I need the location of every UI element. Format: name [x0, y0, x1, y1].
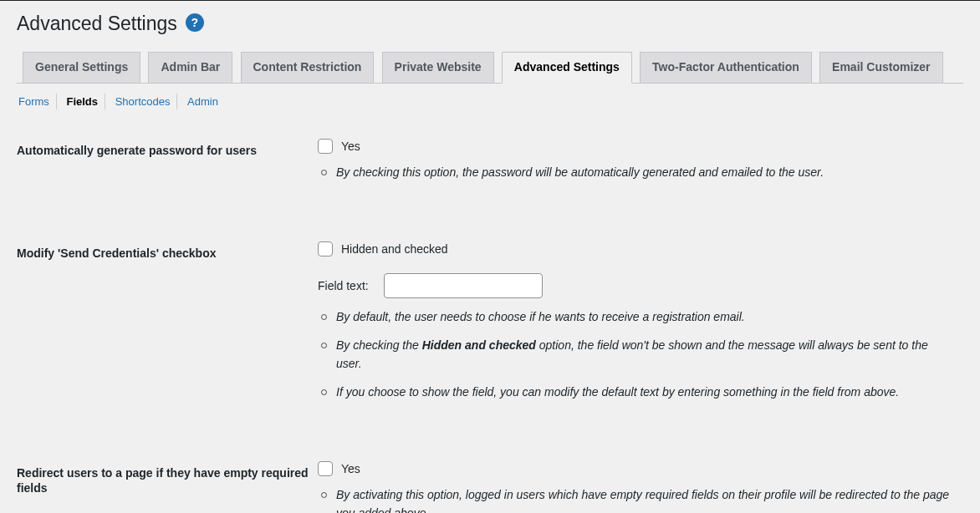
page-heading: Advanced Settings ?: [17, 8, 963, 37]
field-text-row: Field text:: [318, 273, 955, 298]
setting-auto-password-row: Automatically generate password for user…: [17, 126, 963, 230]
tab-email-customizer[interactable]: Email Customizer: [819, 52, 942, 84]
send-credentials-desc-3: If you choose to show the field, you can…: [318, 383, 955, 402]
main-tabs: General Settings Admin Bar Content Restr…: [17, 48, 963, 84]
send-credentials-desc-1: By default, the user needs to choose if …: [318, 308, 955, 327]
send-credentials-checkbox-row: Hidden and checked: [318, 241, 955, 256]
setting-auto-password-label: Automatically generate password for user…: [17, 126, 318, 230]
tab-two-factor[interactable]: Two-Factor Authentication: [640, 52, 812, 84]
redirect-empty-checkbox-row: Yes: [318, 461, 955, 476]
redirect-empty-checkbox-label: Yes: [341, 462, 360, 475]
redirect-empty-desc-1: By activating this option, logged in use…: [318, 486, 955, 513]
settings-form: Automatically generate password for user…: [17, 126, 963, 513]
tab-advanced-settings[interactable]: Advanced Settings: [502, 52, 632, 84]
field-text-label: Field text:: [318, 279, 369, 292]
auto-password-checkbox-row: Yes: [318, 139, 955, 154]
redirect-empty-description: By activating this option, logged in use…: [318, 486, 955, 513]
auto-password-desc-1: By checking this option, the password wi…: [318, 164, 955, 182]
setting-send-credentials-row: Modify 'Send Credentials' checkbox Hidde…: [17, 229, 963, 449]
tab-admin-bar[interactable]: Admin Bar: [148, 52, 232, 84]
field-text-input[interactable]: [384, 273, 543, 298]
subtab-admin[interactable]: Admin: [181, 94, 225, 109]
setting-send-credentials-label: Modify 'Send Credentials' checkbox: [17, 229, 318, 449]
page-title: Advanced Settings: [17, 8, 177, 37]
help-icon[interactable]: ?: [186, 13, 204, 32]
tab-content-restriction[interactable]: Content Restriction: [241, 52, 375, 84]
auto-password-description: By checking this option, the password wi…: [318, 164, 955, 182]
subtab-shortcodes[interactable]: Shortcodes: [109, 94, 178, 109]
send-credentials-checkbox[interactable]: [318, 241, 333, 256]
subtab-fields[interactable]: Fields: [59, 94, 105, 109]
tab-private-website[interactable]: Private Website: [382, 52, 494, 84]
subtab-forms[interactable]: Forms: [17, 94, 57, 109]
auto-password-checkbox[interactable]: [318, 139, 333, 154]
send-credentials-checkbox-label: Hidden and checked: [341, 242, 448, 256]
redirect-empty-checkbox[interactable]: [318, 461, 333, 476]
auto-password-checkbox-label: Yes: [341, 140, 360, 153]
send-credentials-description: By default, the user needs to choose if …: [318, 308, 955, 401]
tab-general-settings[interactable]: General Settings: [23, 52, 140, 84]
send-credentials-desc-2: By checking the Hidden and checked optio…: [318, 337, 955, 373]
setting-redirect-empty-label: Redirect users to a page if they have em…: [17, 449, 318, 513]
setting-redirect-empty-row: Redirect users to a page if they have em…: [17, 449, 963, 513]
sub-tabs: Forms Fields Shortcodes Admin: [17, 94, 963, 109]
